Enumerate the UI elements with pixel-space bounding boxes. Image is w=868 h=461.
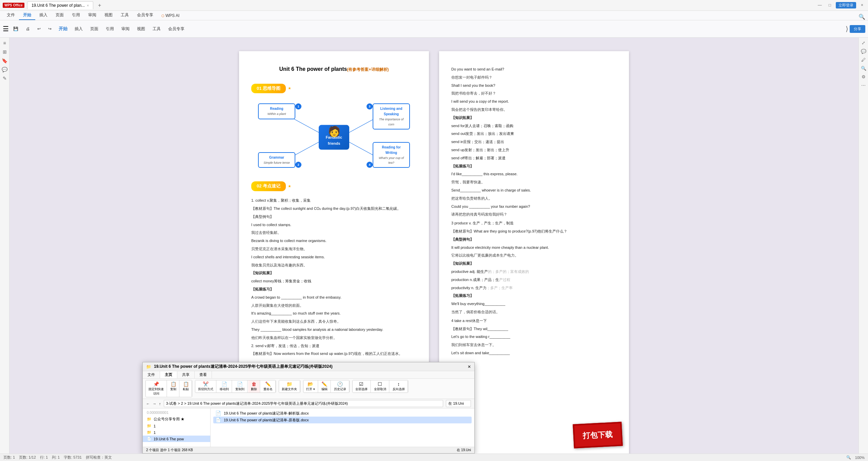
content-item-8: 【拓展练习】	[251, 286, 417, 293]
fe-rename-btn[interactable]: ✏️ 重命名	[261, 380, 276, 393]
tab-page[interactable]: 页面	[52, 11, 68, 20]
tab-ai[interactable]: ⬡WPS AI	[157, 12, 183, 20]
content-item-13: 【教材原句】Now workers from the Root send up …	[251, 350, 417, 357]
document-tab[interactable]: 19.Unit 6 The power of plan... ×	[27, 1, 93, 9]
fe-up-btn[interactable]: ↑	[159, 402, 161, 406]
titlebar: WPS Office 19.Unit 6 The power of plan..…	[0, 0, 868, 11]
fe-cut-btn[interactable]: ✂️ 剪切到方式	[195, 380, 216, 393]
star-icon-2: ★	[288, 183, 291, 189]
fe-pin-btn[interactable]: 📌 固定到快速访问	[146, 380, 167, 397]
sidebar-icon-5[interactable]: ✎	[3, 76, 7, 81]
toolbar-review[interactable]: 审阅	[118, 25, 133, 33]
fe-back-btn[interactable]: ←	[146, 402, 150, 406]
fe-history-btn[interactable]: 🕐 历史记录	[331, 380, 349, 393]
ribbon-tabs: 文件 开始 插入 页面 引用 审阅 视图 工具 会员专享 ⬡WPS AI 🔍	[0, 11, 868, 20]
mindmap-number-4: 4	[367, 162, 373, 168]
toolbar-page[interactable]: 页面	[87, 25, 101, 33]
sidebar-icon-3[interactable]: 🔖	[2, 58, 7, 63]
r-sidebar-icon-6[interactable]: ⋯	[861, 83, 866, 88]
tab-file[interactable]: 文件	[3, 11, 19, 20]
fe-delete-btn[interactable]: 🗑 删除	[248, 380, 260, 393]
fe-open-btn[interactable]: 📂 打开 ▾	[303, 380, 318, 393]
fe-address-text: 3-试卷 > 2 > 19.Unit 6 The power of plants…	[164, 400, 443, 407]
sidebar-icon-4[interactable]: 💬	[2, 67, 7, 72]
tab-view[interactable]: 视图	[100, 11, 117, 20]
undo-button[interactable]: ↩	[34, 25, 44, 32]
tab-close-button[interactable]: ×	[87, 4, 89, 7]
fe-paste-btn[interactable]: 📋 粘贴	[180, 380, 192, 397]
toolbar-tools[interactable]: 工具	[150, 25, 164, 33]
r-sidebar-icon-3[interactable]: 🖊	[861, 57, 866, 62]
content-item-4cn: 贝赞尼克正在潜水采集海洋生物。	[251, 246, 417, 253]
fe-nav-item-5[interactable]: 📄19.Unit 6 The pow	[143, 436, 210, 442]
tab-reference[interactable]: 引用	[68, 11, 84, 20]
page-title: Unit 6 The power of plants(有参考答案+详细解析)	[251, 65, 417, 74]
app-logo: WPS Office	[3, 3, 24, 8]
right-sidebar: ⤢ 💬 🖊 🔍 ⚙ ⋯	[859, 38, 868, 461]
fe-edit-btn[interactable]: ✏️ 编辑	[319, 380, 331, 393]
redo-button[interactable]: ↪	[45, 25, 55, 32]
fe-tab-share[interactable]: 共享	[177, 371, 195, 378]
toolbar-view[interactable]: 视图	[134, 25, 148, 33]
status-zoom-level: 100%	[855, 456, 865, 460]
content-item-5: I collect shells and interesting seaside…	[251, 254, 417, 261]
download-stamp[interactable]: 打包下载	[573, 422, 623, 448]
fe-group-clipboard: 📌 固定到快速访问 📋 复制 📋 粘贴	[145, 380, 192, 397]
fe-move-btn[interactable]: 📄 移动到	[217, 380, 232, 393]
tab-tools[interactable]: 工具	[117, 11, 133, 20]
tab-insert[interactable]: 插入	[35, 11, 52, 20]
fe-file-item-1[interactable]: 📄 19.Unit 6 The power of plants速记清单-解析版.…	[213, 410, 472, 417]
fe-invertselect-btn[interactable]: ↕ 反向选择	[390, 380, 408, 393]
toolbar-vip[interactable]: 会员专享	[165, 25, 188, 33]
fe-copy-btn[interactable]: 📋 复制	[167, 380, 179, 397]
fe-selectall-btn[interactable]: ☑ 全部选择	[353, 380, 371, 393]
toolbar-insert[interactable]: 插入	[72, 25, 86, 33]
menu-icon[interactable]: ☰	[3, 25, 9, 33]
mindmap-node-reading: Reading Within a plant	[258, 103, 295, 119]
register-button[interactable]: 立即登录	[836, 2, 856, 8]
tab-vip[interactable]: 会员专享	[133, 11, 157, 20]
sidebar-icon-1[interactable]: ≡	[3, 40, 6, 46]
r-sidebar-icon-1[interactable]: ⤢	[862, 40, 865, 45]
fe-nav-item-2[interactable]: 📁公众号分享专用 ★	[143, 416, 210, 423]
tab-review[interactable]: 审阅	[84, 11, 100, 20]
r-sidebar-icon-2[interactable]: 💬	[861, 49, 866, 54]
fe-newfolder-btn[interactable]: 📁 新建文件夹	[279, 380, 300, 393]
fe-copyto-btn[interactable]: 📄 复制到	[233, 380, 248, 393]
fe-search-input[interactable]: 在 19.Uni	[446, 400, 471, 407]
fe-group-open: 📂 打开 ▾ ✏️ 编辑 🕐 历史记录	[303, 380, 350, 393]
fe-group-select: ☑ 全部选择 ☐ 全部取消 ↕ 反向选择	[352, 380, 408, 393]
fe-nav-item-3[interactable]: 📁1	[143, 423, 210, 429]
fe-tab-view[interactable]: 查看	[195, 371, 212, 378]
fe-tab-file[interactable]: 文件	[143, 371, 160, 378]
close-button[interactable]: ×	[859, 2, 865, 8]
content-item-3cn: 我过去曾经集邮。	[251, 229, 417, 236]
print-button[interactable]: 🖨	[23, 25, 33, 32]
fe-nav-item-4[interactable]: 📁1	[143, 429, 210, 436]
mindmap-number-1: 1	[295, 103, 301, 109]
content-item-7: collect money筹钱；筹集资金；收钱	[251, 278, 417, 285]
mind-map: Reading Within a plant 1 Grammar Simple …	[251, 100, 417, 175]
tab-home[interactable]: 开始	[19, 11, 35, 20]
fe-close-icon[interactable]: ✕	[468, 364, 471, 369]
maximize-button[interactable]: □	[827, 2, 833, 8]
r-sidebar-icon-5[interactable]: ⚙	[862, 74, 866, 79]
toolbar-reference[interactable]: 引用	[103, 25, 117, 33]
share-button[interactable]: 分享	[850, 25, 865, 33]
minimize-button[interactable]: —	[816, 2, 824, 8]
expand-icon[interactable]: ⟩	[846, 25, 848, 33]
fe-tab-home[interactable]: 主页	[160, 371, 177, 378]
r-sidebar-icon-4[interactable]: 🔍	[861, 66, 866, 71]
fe-address-bar[interactable]: ← → ↑ 3-试卷 > 2 > 19.Unit 6 The power of …	[143, 399, 474, 408]
fe-deselectall-btn[interactable]: ☐ 全部取消	[371, 380, 389, 393]
save-button[interactable]: 💾	[10, 25, 21, 32]
fe-file-item-2[interactable]: 📄 19.Unit 6 The power of plants速记清单-原卷版.…	[213, 417, 472, 423]
sidebar-icon-2[interactable]: ⊞	[3, 49, 7, 55]
fe-nav-item-1[interactable]: 0.0000000001	[143, 410, 210, 416]
content-item-10cn: 人们这些年下来竟能收集到这么多东西，真令人惊奇。	[251, 318, 417, 325]
window-controls: — □ 立即登录 ×	[816, 2, 865, 8]
fe-forward-btn[interactable]: →	[153, 402, 156, 406]
fe-folder-icon: 📁	[146, 364, 151, 369]
new-tab-button[interactable]: +	[96, 2, 103, 8]
search-icon[interactable]: 🔍	[859, 14, 865, 20]
